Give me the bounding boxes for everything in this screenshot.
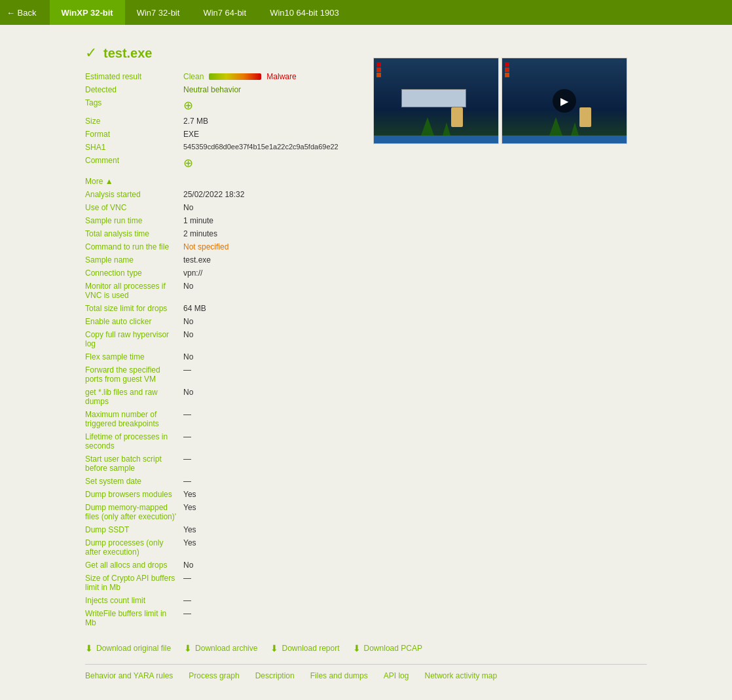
flex-sample-value: No (183, 352, 647, 361)
writefile-value: — (183, 609, 647, 627)
sha1-label: SHA1 (85, 143, 177, 152)
crypto-api-label: Size of Crypto API buffers limit in Mb (85, 574, 177, 592)
copy-hypervisor-label: Copy full raw hypervisor log (85, 330, 177, 348)
sha1-value: 545359cd68d0ee37f4b15e1a22c2c9a5fda69e22 (183, 143, 647, 152)
get-allocs-label: Get all allocs and drops (85, 561, 177, 570)
dump-ssdt-value: Yes (183, 525, 647, 534)
dump-memory-value: Yes (183, 503, 647, 521)
total-analysis-time-value: 2 minutes (183, 229, 647, 238)
dump-browsers-value: Yes (183, 490, 647, 499)
estimated-result-label: Estimated result (85, 72, 177, 81)
sample-name-label: Sample name (85, 255, 177, 265)
sample-run-time-value: 1 minute (183, 216, 647, 225)
download-original-label: Download original file (96, 644, 171, 653)
tab-win7-64bit[interactable]: Win7 64-bit (191, 0, 258, 25)
play-button[interactable]: ▶ (553, 89, 576, 113)
get-lib-label: get *.lib files and raw dumps (85, 388, 177, 406)
use-vnc-value: No (183, 203, 647, 212)
dump-processes-value: Yes (183, 538, 647, 557)
connection-type-label: Connection type (85, 268, 177, 278)
total-analysis-time-label: Total analysis time (85, 229, 177, 238)
sample-name-value: test.exe (183, 255, 647, 265)
total-size-value: 64 MB (183, 304, 647, 313)
download-pcap-label: Download PCAP (364, 644, 422, 653)
download-original-button[interactable]: ⬇ Download original file (85, 643, 171, 654)
download-report-label: Download report (282, 644, 339, 653)
injects-label: Injects count limit (85, 596, 177, 605)
start-batch-value: — (183, 454, 647, 473)
gradient-bar-visual (209, 73, 261, 80)
screenshots-panel: ▶ (373, 58, 627, 144)
check-icon: ✓ (85, 45, 97, 62)
lifetime-label: Lifetime of processes in seconds (85, 432, 177, 451)
download-archive-button[interactable]: ⬇ Download archive (184, 643, 257, 654)
size-label: Size (85, 117, 177, 126)
format-label: Format (85, 130, 177, 139)
link-network-activity[interactable]: Network activity map (424, 671, 497, 680)
link-description[interactable]: Description (255, 671, 295, 680)
total-size-label: Total size limit for drops (85, 304, 177, 313)
detected-label: Detected (85, 85, 177, 94)
tab-winxp-32bit[interactable]: WinXP 32-bit (50, 0, 125, 25)
tab-win7-32bit[interactable]: Win7 32-bit (125, 0, 192, 25)
download-report-icon: ⬇ (270, 643, 278, 654)
tags-label: Tags (85, 98, 177, 113)
max-breakpoints-label: Maximum number of triggered breakpoints (85, 410, 177, 428)
set-system-date-label: Set system date (85, 477, 177, 486)
analysis-started-label: Analysis started (85, 190, 177, 199)
download-original-icon: ⬇ (85, 643, 93, 654)
writefile-label: WriteFile buffers limit in Mb (85, 609, 177, 627)
bottom-links: Behavior and YARA rules Process graph De… (85, 664, 647, 680)
lifetime-value: — (183, 432, 647, 451)
command-label: Command to run the file (85, 242, 177, 251)
top-navigation: ← Back WinXP 32-bit Win7 32-bit Win7 64-… (0, 0, 732, 25)
injects-value: — (183, 596, 647, 605)
monitor-vnc-label: Monitor all processes if VNC is used (85, 282, 177, 300)
flex-sample-label: Flex sample time (85, 352, 177, 361)
crypto-api-value: — (183, 574, 647, 592)
malware-label: Malware (266, 72, 296, 81)
dump-ssdt-label: Dump SSDT (85, 525, 177, 534)
forward-ports-value: — (183, 365, 647, 384)
download-report-button[interactable]: ⬇ Download report (270, 643, 339, 654)
link-behavior-yara[interactable]: Behavior and YARA rules (85, 671, 173, 680)
tab-win10-64bit[interactable]: Win10 64-bit 1903 (258, 0, 351, 25)
use-vnc-label: Use of VNC (85, 203, 177, 212)
download-buttons: ⬇ Download original file ⬇ Download arch… (85, 643, 647, 654)
start-batch-label: Start user batch script before sample (85, 454, 177, 473)
forward-ports-label: Forward the specified ports from guest V… (85, 365, 177, 384)
file-title: test.exe (103, 46, 153, 61)
monitor-vnc-value: No (183, 282, 647, 300)
clean-label: Clean (183, 72, 204, 81)
analysis-started-value: 25/02/2022 18:32 (183, 190, 647, 199)
get-allocs-value: No (183, 561, 647, 570)
add-comment-button[interactable]: ⊕ (183, 156, 647, 170)
auto-clicker-label: Enable auto clicker (85, 317, 177, 326)
get-lib-value: No (183, 388, 647, 406)
auto-clicker-value: No (183, 317, 647, 326)
comment-label: Comment (85, 156, 177, 170)
more-toggle[interactable]: More ▲ (85, 177, 647, 186)
download-pcap-button[interactable]: ⬇ Download PCAP (353, 643, 422, 654)
back-button[interactable]: ← Back (7, 8, 37, 18)
set-system-date-value: — (183, 477, 647, 486)
download-archive-icon: ⬇ (184, 643, 192, 654)
dump-processes-label: Dump processes (only after execution) (85, 538, 177, 557)
screenshot-1[interactable] (373, 58, 499, 144)
command-value: Not specified (183, 242, 647, 251)
detailed-info-grid: Analysis started 25/02/2022 18:32 Use of… (85, 190, 647, 627)
connection-type-value: vpn:// (183, 268, 647, 278)
sample-run-time-label: Sample run time (85, 216, 177, 225)
dump-memory-label: Dump memory-mapped files (only after exe… (85, 503, 177, 521)
screenshot-2[interactable]: ▶ (502, 58, 627, 144)
link-files-dumps[interactable]: Files and dumps (310, 671, 368, 680)
dump-browsers-label: Dump browsers modules (85, 490, 177, 499)
download-pcap-icon: ⬇ (353, 643, 361, 654)
max-breakpoints-value: — (183, 410, 647, 428)
copy-hypervisor-value: No (183, 330, 647, 348)
link-api-log[interactable]: API log (384, 671, 409, 680)
link-process-graph[interactable]: Process graph (189, 671, 239, 680)
download-archive-label: Download archive (195, 644, 257, 653)
